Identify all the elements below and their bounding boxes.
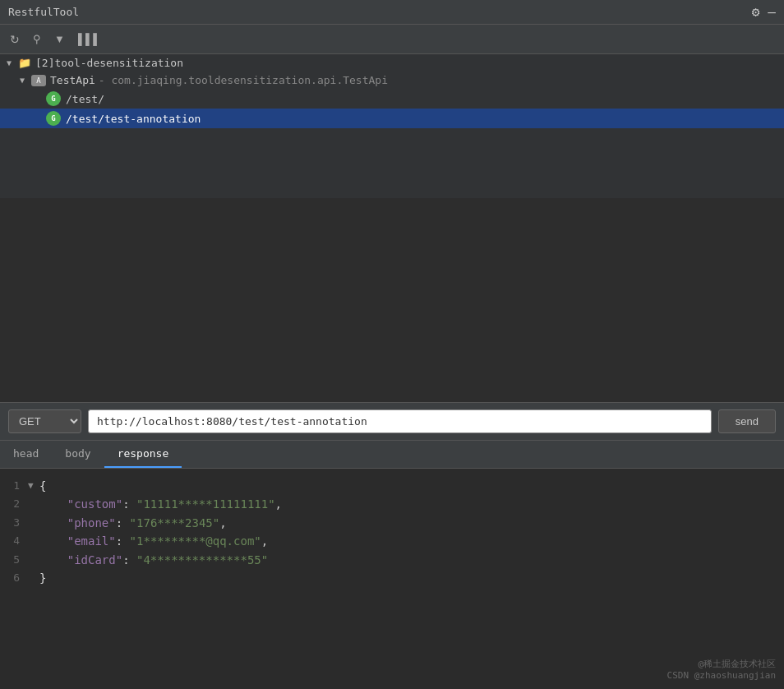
code-line-5: 5 "idCard": "4**************55" xyxy=(0,551,784,569)
key-phone: "phone" xyxy=(67,516,116,529)
val-custom: "11111*****11111111" xyxy=(136,497,275,511)
tab-head[interactable]: head xyxy=(0,441,52,468)
empty-middle xyxy=(0,198,784,402)
expand-2 xyxy=(28,495,39,497)
close-brace: } xyxy=(39,569,46,587)
line-num-1: 1 xyxy=(3,477,28,495)
code-line-1: 1 ▼ { xyxy=(0,477,784,495)
request-tabs: head body response xyxy=(0,441,784,469)
title-bar: RestfulTool ⚙ — xyxy=(0,0,784,25)
code-line-3: 3 "phone": "176****2345", xyxy=(0,514,784,532)
line-4-content: "email": "1*********@qq.com", xyxy=(39,532,781,550)
expand-5 xyxy=(28,551,39,553)
file-tree: ▼ 📁 [2]tool-desensitization ▼ A TestApi … xyxy=(0,54,784,198)
url-bar: GET POST PUT DELETE send xyxy=(0,402,784,441)
project-tree-item[interactable]: ▼ 📁 [2]tool-desensitization xyxy=(0,54,784,72)
code-line-2: 2 "custom": "11111*****11111111", xyxy=(0,495,784,513)
line-num-4: 4 xyxy=(3,532,28,550)
key-custom: "custom" xyxy=(67,497,122,511)
expand-3 xyxy=(28,514,39,516)
code-line-4: 4 "email": "1*********@qq.com", xyxy=(0,532,784,550)
toolbar: ↻ ⚲ ▼ ▌▌▌ xyxy=(0,25,784,54)
line-2-content: "custom": "11111*****11111111", xyxy=(39,495,781,513)
filter-button[interactable]: ▼ xyxy=(51,30,68,49)
watermark-line2: CSDN @zhaoshuangjian xyxy=(667,670,776,681)
minimize-icon[interactable]: — xyxy=(768,4,776,20)
endpoint-test-item[interactable]: G /test/ xyxy=(0,89,784,109)
get-badge-1: G xyxy=(46,91,61,106)
key-email: "email" xyxy=(67,534,116,548)
line-num-3: 3 xyxy=(3,514,28,532)
api-class-tree-item[interactable]: ▼ A TestApi - com.jiaqing.tooldesensitiz… xyxy=(0,72,784,89)
val-email: "1*********@qq.com" xyxy=(130,534,261,548)
endpoint-test-annotation-item[interactable]: G /test/test-annotation xyxy=(0,109,784,128)
endpoint-path-1: /test/ xyxy=(66,93,104,105)
line-3-content: "phone": "176****2345", xyxy=(39,514,781,532)
project-label: [2]tool-desensitization xyxy=(35,57,183,69)
api-class-subtitle: - com.jiaqing.tooldesensitization.api.Te… xyxy=(99,74,388,86)
main-layout: ▼ 📁 [2]tool-desensitization ▼ A TestApi … xyxy=(0,54,784,689)
endpoint-path-2: /test/test-annotation xyxy=(66,113,201,125)
bars-icon: ▌▌▌ xyxy=(78,33,101,45)
folder-icon: 📁 xyxy=(18,57,31,69)
tab-body[interactable]: body xyxy=(52,441,104,468)
title-bar-right: ⚙ — xyxy=(752,4,776,20)
url-input[interactable] xyxy=(88,409,712,433)
key-idcard: "idCard" xyxy=(67,553,122,566)
line-5-content: "idCard": "4**************55" xyxy=(39,551,781,569)
chevron-right-icon: ▼ xyxy=(20,76,30,86)
code-line-6: 6 } xyxy=(0,569,784,587)
api-class-icon: A xyxy=(31,75,46,86)
refresh-icon: ↻ xyxy=(10,33,20,46)
api-class-label: TestApi xyxy=(50,74,95,86)
method-select[interactable]: GET POST PUT DELETE xyxy=(8,409,81,433)
expand-6 xyxy=(28,569,39,571)
get-badge-2: G xyxy=(46,111,61,126)
search-icon: ⚲ xyxy=(33,33,41,45)
line-num-2: 2 xyxy=(3,495,28,513)
search-button[interactable]: ⚲ xyxy=(30,30,44,49)
line-num-5: 5 xyxy=(3,551,28,569)
content-area: ▼ 📁 [2]tool-desensitization ▼ A TestApi … xyxy=(0,54,784,689)
app-title: RestfulTool xyxy=(8,6,79,18)
response-area: 1 ▼ { 2 "custom": "11111*****11111111", … xyxy=(0,469,784,689)
title-bar-left: RestfulTool xyxy=(8,6,79,18)
filter-icon: ▼ xyxy=(54,33,65,45)
bars-button[interactable]: ▌▌▌ xyxy=(75,30,104,49)
gear-icon[interactable]: ⚙ xyxy=(752,4,760,20)
open-brace: { xyxy=(39,477,46,495)
val-idcard: "4**************55" xyxy=(136,553,268,566)
chevron-down-icon: ▼ xyxy=(7,58,16,68)
tab-response[interactable]: response xyxy=(104,441,182,468)
line-num-6: 6 xyxy=(3,569,28,587)
watermark-line1: @稀土掘金技术社区 xyxy=(667,658,776,670)
refresh-button[interactable]: ↻ xyxy=(7,30,23,49)
expand-4 xyxy=(28,532,39,534)
send-button[interactable]: send xyxy=(718,409,776,433)
expand-1[interactable]: ▼ xyxy=(28,477,39,493)
watermark: @稀土掘金技术社区 CSDN @zhaoshuangjian xyxy=(667,658,776,681)
val-phone: "176****2345" xyxy=(130,516,220,529)
